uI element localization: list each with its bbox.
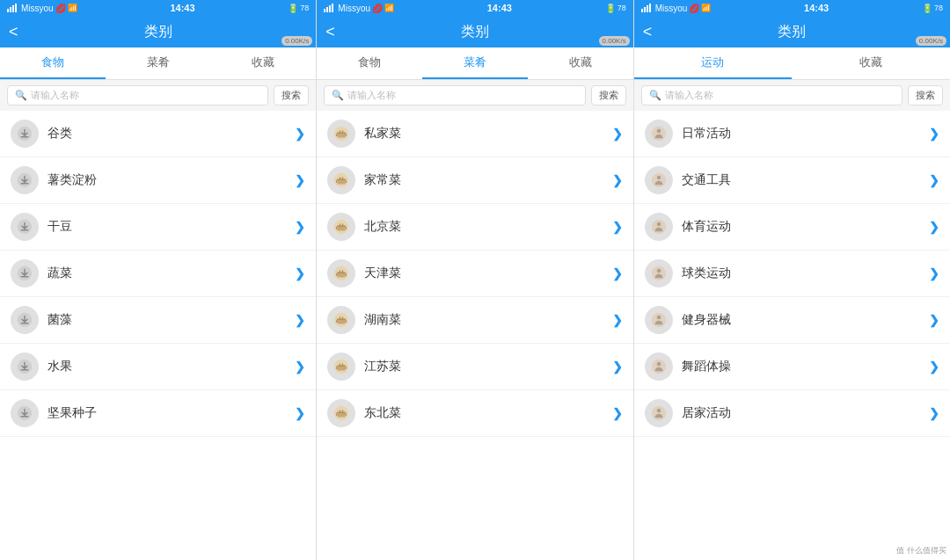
svg-rect-51 xyxy=(337,366,347,367)
tab-收藏[interactable]: 收藏 xyxy=(528,47,633,79)
item-arrow-icon: ❯ xyxy=(929,127,939,141)
wifi-icon: 📶 xyxy=(384,4,394,12)
item-icon xyxy=(327,399,355,427)
phone-panel-2: Missyou 💋 📶 14:43 🔋 78 < 类别 0.00K/s 食物菜肴… xyxy=(317,0,633,560)
list-item[interactable]: 家常菜 ❯ xyxy=(317,157,632,204)
status-bar: Missyou 💋 📶 14:43 🔋 78 xyxy=(634,0,950,16)
status-right: 🔋 78 xyxy=(922,4,943,13)
list-item[interactable]: 天津菜 ❯ xyxy=(317,251,632,297)
item-label: 体育运动 xyxy=(682,219,920,235)
list-item[interactable]: 球类运动 ❯ xyxy=(634,251,950,297)
back-button[interactable]: < xyxy=(643,23,653,41)
tab-bar: 食物菜肴收藏 xyxy=(317,47,632,80)
item-label: 私家菜 xyxy=(364,126,603,142)
carrier-name: Missyou xyxy=(338,4,370,13)
svg-point-74 xyxy=(656,362,661,367)
list-item[interactable]: 健身器械 ❯ xyxy=(634,297,950,344)
item-label: 薯类淀粉 xyxy=(48,172,286,188)
item-icon xyxy=(327,259,355,287)
item-arrow-icon: ❯ xyxy=(295,360,305,374)
tab-食物[interactable]: 食物 xyxy=(317,47,422,79)
status-time: 14:43 xyxy=(487,3,512,13)
list-item[interactable]: 湖南菜 ❯ xyxy=(317,297,632,344)
battery-icon: 🔋 xyxy=(288,4,298,13)
item-icon xyxy=(11,306,39,334)
svg-rect-30 xyxy=(337,226,347,228)
list-item[interactable]: 薯类淀粉 ❯ xyxy=(0,157,316,204)
svg-rect-59 xyxy=(336,413,338,416)
tab-菜肴[interactable]: 菜肴 xyxy=(106,47,211,79)
search-input-wrap[interactable]: 🔍 请输入名称 xyxy=(7,85,268,105)
tab-菜肴[interactable]: 菜肴 xyxy=(422,47,528,79)
svg-rect-62 xyxy=(342,410,344,412)
back-button[interactable]: < xyxy=(325,23,335,41)
item-arrow-icon: ❯ xyxy=(929,313,939,327)
item-label: 居家活动 xyxy=(682,405,920,421)
list-item[interactable]: 居家活动 ❯ xyxy=(634,390,950,437)
item-icon xyxy=(645,213,673,241)
list-item[interactable]: 私家菜 ❯ xyxy=(317,111,632,157)
tab-食物[interactable]: 食物 xyxy=(0,47,106,79)
item-label: 菌藻 xyxy=(48,312,286,328)
item-icon xyxy=(327,213,355,241)
svg-rect-55 xyxy=(342,363,344,366)
search-placeholder: 请输入名称 xyxy=(347,89,396,102)
svg-rect-41 xyxy=(342,270,344,273)
speed-badge: 0.00K/s xyxy=(916,36,946,46)
search-bar: 🔍 请输入名称 搜索 xyxy=(317,80,632,111)
list-item[interactable]: 北京菜 ❯ xyxy=(317,204,632,251)
svg-rect-52 xyxy=(336,367,338,369)
list-item[interactable]: 坚果种子 ❯ xyxy=(0,390,316,437)
item-label: 谷类 xyxy=(48,126,286,142)
list-item[interactable]: 菌藻 ❯ xyxy=(0,297,316,344)
network-icon: 78 xyxy=(618,4,626,12)
back-button[interactable]: < xyxy=(9,23,18,41)
svg-rect-20 xyxy=(342,130,344,133)
item-arrow-icon: ❯ xyxy=(929,220,939,234)
svg-point-69 xyxy=(651,266,666,281)
tab-收藏[interactable]: 收藏 xyxy=(792,47,950,79)
list-item[interactable]: 谷类 ❯ xyxy=(0,111,316,157)
item-icon xyxy=(11,166,39,194)
svg-rect-17 xyxy=(336,134,338,136)
tab-运动[interactable]: 运动 xyxy=(634,47,793,79)
search-button[interactable]: 搜索 xyxy=(274,85,309,105)
list-item[interactable]: 干豆 ❯ xyxy=(0,204,316,251)
category-list: 日常活动 ❯ 交通工具 ❯ 体育运动 ❯ 球类运动 ❯ 健身器械 xyxy=(634,111,950,560)
list-item[interactable]: 舞蹈体操 ❯ xyxy=(634,344,950,390)
svg-rect-31 xyxy=(336,227,338,229)
list-item[interactable]: 东北菜 ❯ xyxy=(317,390,632,437)
svg-rect-26 xyxy=(340,177,341,179)
tab-收藏[interactable]: 收藏 xyxy=(211,47,317,79)
item-icon xyxy=(11,353,39,381)
search-button[interactable]: 搜索 xyxy=(591,85,626,105)
svg-rect-15 xyxy=(338,133,346,137)
item-icon xyxy=(327,306,355,334)
item-label: 东北菜 xyxy=(364,405,603,421)
signal-icon xyxy=(324,4,333,12)
list-item[interactable]: 体育运动 ❯ xyxy=(634,204,950,251)
search-input-wrap[interactable]: 🔍 请输入名称 xyxy=(641,85,902,105)
svg-rect-45 xyxy=(336,320,338,323)
list-item[interactable]: 蔬菜 ❯ xyxy=(0,251,316,297)
item-arrow-icon: ❯ xyxy=(612,313,623,327)
search-bar: 🔍 请输入名称 搜索 xyxy=(634,80,950,111)
svg-rect-18 xyxy=(346,134,347,136)
search-button[interactable]: 搜索 xyxy=(908,85,943,105)
svg-rect-32 xyxy=(346,227,347,229)
svg-rect-53 xyxy=(346,367,347,369)
list-item[interactable]: 江苏菜 ❯ xyxy=(317,344,632,390)
item-label: 水果 xyxy=(48,359,286,375)
item-label: 交通工具 xyxy=(682,172,920,188)
item-icon xyxy=(11,120,39,148)
search-input-wrap[interactable]: 🔍 请输入名称 xyxy=(324,85,585,105)
list-item[interactable]: 水果 ❯ xyxy=(0,344,316,390)
svg-point-73 xyxy=(651,360,666,375)
svg-rect-36 xyxy=(338,273,346,277)
list-item[interactable]: 日常活动 ❯ xyxy=(634,111,950,157)
svg-rect-33 xyxy=(340,223,341,226)
list-item[interactable]: 交通工具 ❯ xyxy=(634,157,950,204)
page-header: < 类别 0.00K/s xyxy=(634,16,950,47)
item-arrow-icon: ❯ xyxy=(295,406,305,420)
item-icon xyxy=(645,399,673,427)
